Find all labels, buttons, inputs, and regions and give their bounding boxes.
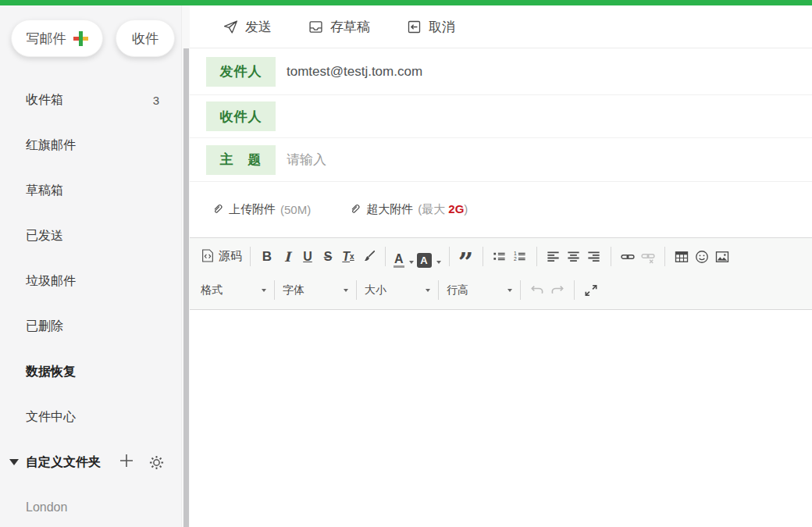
from-address[interactable]: tomtest@testj.tom.com xyxy=(287,64,422,80)
remove-format-x: x xyxy=(350,252,354,261)
sidebar-item-data-recovery[interactable]: 数据恢复 xyxy=(0,349,181,394)
font-select[interactable]: 字体 xyxy=(281,280,350,301)
save-draft-icon xyxy=(308,19,324,35)
undo-button[interactable] xyxy=(527,280,547,301)
sidebar-item-deleted[interactable]: 已删除 xyxy=(0,304,181,349)
inbox-unread-count: 3 xyxy=(153,94,159,107)
remove-format-button[interactable]: Tx xyxy=(338,246,358,268)
save-draft-button[interactable]: 存草稿 xyxy=(308,18,370,36)
svg-text:1: 1 xyxy=(514,251,517,256)
align-center-button[interactable] xyxy=(564,246,584,268)
scrollbar-thumb[interactable] xyxy=(183,48,189,527)
toolbar-separator xyxy=(483,247,483,266)
deleted-label: 已删除 xyxy=(26,319,63,335)
sidebar-item-inbox[interactable]: 收件箱 3 xyxy=(0,77,181,123)
font-select-label: 字体 xyxy=(283,283,304,297)
italic-button[interactable]: I xyxy=(277,246,297,268)
lineheight-select[interactable]: 行高 xyxy=(445,280,514,301)
cancel-button[interactable]: 取消 xyxy=(406,18,455,36)
text-color-letter: A xyxy=(394,254,404,268)
custom-folders-label: 自定义文件夹 xyxy=(26,454,101,471)
format-brush-button[interactable] xyxy=(358,246,379,268)
toolbar-row-1: 源码 B I U S Tx A xyxy=(199,240,804,273)
cancel-icon xyxy=(406,19,422,35)
to-input[interactable] xyxy=(287,109,812,124)
numbered-list-button[interactable]: 1 2 xyxy=(510,246,530,268)
paperclip-icon xyxy=(348,202,361,218)
custom-folders-header[interactable]: 自定义文件夹 xyxy=(0,440,181,485)
maximize-button[interactable] xyxy=(581,280,601,301)
send-icon xyxy=(223,19,239,35)
source-code-button[interactable]: 源码 xyxy=(199,246,244,268)
remove-format-t: T xyxy=(342,250,350,264)
bg-color-button[interactable]: A xyxy=(415,246,443,268)
toolbar-separator xyxy=(536,247,537,266)
large-attachment-max: 2G xyxy=(448,202,464,215)
sidebar-item-sent[interactable]: 已发送 xyxy=(0,213,181,258)
insert-table-button[interactable] xyxy=(671,246,692,268)
align-right-button[interactable] xyxy=(584,246,604,268)
gear-icon[interactable] xyxy=(148,454,165,471)
toolbar-separator xyxy=(274,280,275,300)
align-left-button[interactable] xyxy=(543,246,564,268)
compose-button-label: 写邮件 xyxy=(27,30,66,48)
source-code-icon xyxy=(201,248,215,265)
bg-color-letter: A xyxy=(417,253,432,268)
caret-down-icon xyxy=(344,289,348,292)
insert-link-button[interactable] xyxy=(618,246,638,268)
add-folder-icon[interactable] xyxy=(118,452,135,472)
sidebar: 写邮件 收件 收件箱 3 红旗邮件 草稿箱 已发送 xyxy=(0,5,181,527)
from-label: 发件人 xyxy=(206,57,276,87)
from-field-row: 发件人 tomtest@testj.tom.com xyxy=(190,48,812,95)
receive-mail-button[interactable]: 收件 xyxy=(116,20,175,57)
size-select[interactable]: 大小 xyxy=(363,280,432,301)
strikethrough-button[interactable]: S xyxy=(318,246,338,268)
toolbar-separator xyxy=(664,247,665,266)
vertical-scrollbar[interactable] xyxy=(181,5,190,527)
richtext-toolbar: 源码 B I U S Tx A xyxy=(190,237,812,310)
folder-menu: 收件箱 3 红旗邮件 草稿箱 已发送 垃圾邮件 已删除 数据恢复 文件中心 xyxy=(0,77,181,527)
redo-button[interactable] xyxy=(547,280,568,301)
text-color-button[interactable]: A xyxy=(392,246,415,268)
sidebar-actions: 写邮件 收件 xyxy=(0,5,181,57)
mail-app: 写邮件 收件 收件箱 3 红旗邮件 草稿箱 已发送 xyxy=(0,5,812,527)
caret-down-icon xyxy=(262,289,266,292)
to-field-row: 收件人 xyxy=(190,95,812,138)
flagged-label: 红旗邮件 xyxy=(26,137,76,154)
spam-label: 垃圾邮件 xyxy=(26,273,76,290)
send-button[interactable]: 发送 xyxy=(223,18,272,36)
toolbar-separator xyxy=(250,247,251,266)
emoji-button[interactable] xyxy=(692,246,712,268)
toolbar-row-2: 格式 字体 大小 行高 xyxy=(199,273,804,307)
blockquote-button[interactable]: ” xyxy=(456,246,476,268)
colored-plus-icon xyxy=(73,31,88,46)
sidebar-item-drafts[interactable]: 草稿箱 xyxy=(0,168,181,213)
compose-action-bar: 发送 存草稿 取消 xyxy=(190,5,812,48)
format-select[interactable]: 格式 xyxy=(199,280,268,301)
cancel-label: 取消 xyxy=(429,18,455,36)
caret-down-icon[interactable] xyxy=(436,261,441,264)
large-attachment-button[interactable]: 超大附件 (最大 2G) xyxy=(348,202,468,218)
source-code-label: 源码 xyxy=(219,249,242,264)
upload-attachment-button[interactable]: 上传附件 (50M) xyxy=(211,202,311,218)
insert-image-button[interactable] xyxy=(712,246,732,268)
format-select-label: 格式 xyxy=(201,283,223,297)
attachment-row: 上传附件 (50M) 超大附件 (最大 2G) xyxy=(190,182,812,237)
caret-down-icon[interactable] xyxy=(9,459,19,465)
toolbar-separator xyxy=(611,247,611,266)
unlink-button[interactable] xyxy=(638,246,658,268)
sidebar-item-flagged[interactable]: 红旗邮件 xyxy=(0,123,181,168)
bold-button[interactable]: B xyxy=(257,246,277,268)
bullet-list-button[interactable] xyxy=(490,246,510,268)
compose-mail-button[interactable]: 写邮件 xyxy=(11,20,103,57)
sidebar-item-london-folder[interactable]: London xyxy=(0,485,181,527)
caret-down-icon[interactable] xyxy=(409,261,414,264)
sidebar-item-spam[interactable]: 垃圾邮件 xyxy=(0,258,181,304)
subject-input[interactable] xyxy=(287,152,812,168)
message-body-editor[interactable] xyxy=(190,310,812,527)
subject-label: 主 题 xyxy=(206,145,276,175)
underline-button[interactable]: U xyxy=(297,246,318,268)
upload-attachment-limit: (50M) xyxy=(280,203,311,216)
sidebar-item-file-center[interactable]: 文件中心 xyxy=(0,394,181,440)
caret-down-icon xyxy=(426,289,430,292)
